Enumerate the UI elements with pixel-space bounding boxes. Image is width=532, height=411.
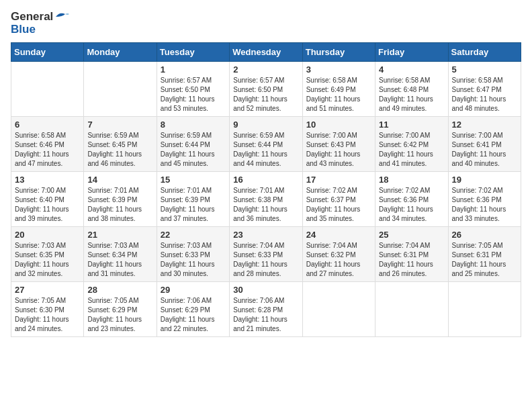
calendar-cell: 12Sunrise: 7:00 AM Sunset: 6:41 PM Dayli… (448, 117, 521, 172)
calendar-cell: 19Sunrise: 7:02 AM Sunset: 6:36 PM Dayli… (448, 172, 521, 227)
day-number: 8 (161, 120, 226, 130)
day-info: Sunrise: 7:02 AM Sunset: 6:36 PM Dayligh… (452, 186, 517, 224)
day-number: 6 (15, 120, 80, 130)
day-number: 23 (233, 230, 298, 240)
weekday-header: Monday (84, 43, 157, 62)
calendar-cell: 10Sunrise: 7:00 AM Sunset: 6:43 PM Dayli… (302, 117, 375, 172)
day-info: Sunrise: 7:05 AM Sunset: 6:29 PM Dayligh… (87, 296, 152, 334)
day-info: Sunrise: 6:58 AM Sunset: 6:49 PM Dayligh… (306, 76, 371, 113)
day-info: Sunrise: 7:04 AM Sunset: 6:31 PM Dayligh… (379, 241, 444, 279)
day-number: 21 (87, 230, 152, 240)
day-number: 25 (379, 230, 444, 240)
day-info: Sunrise: 7:01 AM Sunset: 6:38 PM Dayligh… (233, 186, 298, 224)
calendar-cell: 18Sunrise: 7:02 AM Sunset: 6:36 PM Dayli… (375, 172, 448, 227)
day-number: 24 (306, 230, 371, 240)
day-info: Sunrise: 6:58 AM Sunset: 6:48 PM Dayligh… (379, 76, 444, 113)
calendar-cell: 3Sunrise: 6:58 AM Sunset: 6:49 PM Daylig… (302, 62, 375, 117)
calendar-header-row: SundayMondayTuesdayWednesdayThursdayFrid… (11, 43, 521, 62)
weekday-header: Thursday (302, 43, 375, 62)
day-info: Sunrise: 7:03 AM Sunset: 6:34 PM Dayligh… (87, 241, 152, 279)
day-info: Sunrise: 6:57 AM Sunset: 6:50 PM Dayligh… (233, 76, 298, 113)
day-info: Sunrise: 7:03 AM Sunset: 6:35 PM Dayligh… (15, 241, 80, 279)
day-number: 22 (161, 230, 226, 240)
day-info: Sunrise: 7:05 AM Sunset: 6:31 PM Dayligh… (452, 241, 517, 279)
calendar-cell: 24Sunrise: 7:04 AM Sunset: 6:32 PM Dayli… (302, 227, 375, 282)
calendar-cell: 7Sunrise: 6:59 AM Sunset: 6:45 PM Daylig… (84, 117, 157, 172)
weekday-header: Tuesday (157, 43, 229, 62)
calendar-cell (11, 62, 84, 117)
day-number: 13 (15, 175, 80, 185)
day-number: 20 (15, 230, 80, 240)
day-number: 26 (452, 230, 517, 240)
weekday-header: Friday (375, 43, 448, 62)
calendar-cell: 30Sunrise: 7:06 AM Sunset: 6:28 PM Dayli… (230, 282, 302, 337)
day-info: Sunrise: 7:01 AM Sunset: 6:39 PM Dayligh… (161, 186, 226, 224)
day-info: Sunrise: 7:01 AM Sunset: 6:39 PM Dayligh… (87, 186, 152, 224)
day-info: Sunrise: 7:03 AM Sunset: 6:33 PM Dayligh… (161, 241, 226, 279)
calendar-cell: 14Sunrise: 7:01 AM Sunset: 6:39 PM Dayli… (84, 172, 157, 227)
weekday-header: Sunday (11, 43, 84, 62)
day-number: 30 (233, 285, 298, 295)
day-number: 12 (452, 120, 517, 130)
day-number: 15 (161, 175, 226, 185)
day-number: 16 (233, 175, 298, 185)
day-info: Sunrise: 6:57 AM Sunset: 6:50 PM Dayligh… (161, 76, 226, 113)
day-number: 3 (306, 64, 371, 75)
calendar-cell: 2Sunrise: 6:57 AM Sunset: 6:50 PM Daylig… (230, 62, 302, 117)
day-number: 5 (452, 64, 517, 75)
calendar-cell (375, 282, 448, 337)
calendar-cell: 13Sunrise: 7:00 AM Sunset: 6:40 PM Dayli… (11, 172, 84, 227)
calendar-cell: 28Sunrise: 7:05 AM Sunset: 6:29 PM Dayli… (84, 282, 157, 337)
calendar-cell: 8Sunrise: 6:59 AM Sunset: 6:44 PM Daylig… (157, 117, 229, 172)
day-number: 18 (379, 175, 444, 185)
day-info: Sunrise: 7:00 AM Sunset: 6:40 PM Dayligh… (15, 186, 80, 224)
calendar-cell (84, 62, 157, 117)
logo-blue: Blue (11, 24, 69, 36)
day-number: 10 (306, 120, 371, 130)
day-number: 11 (379, 120, 444, 130)
day-number: 2 (233, 64, 298, 75)
day-number: 28 (87, 285, 152, 295)
calendar-week-row: 13Sunrise: 7:00 AM Sunset: 6:40 PM Dayli… (11, 172, 521, 227)
day-info: Sunrise: 7:02 AM Sunset: 6:37 PM Dayligh… (306, 186, 371, 224)
day-info: Sunrise: 6:59 AM Sunset: 6:44 PM Dayligh… (233, 131, 298, 169)
day-number: 27 (15, 285, 80, 295)
calendar-cell (448, 282, 521, 337)
day-info: Sunrise: 7:06 AM Sunset: 6:29 PM Dayligh… (161, 296, 226, 334)
calendar-cell: 17Sunrise: 7:02 AM Sunset: 6:37 PM Dayli… (302, 172, 375, 227)
calendar-cell: 23Sunrise: 7:04 AM Sunset: 6:33 PM Dayli… (230, 227, 302, 282)
calendar-week-row: 6Sunrise: 6:58 AM Sunset: 6:46 PM Daylig… (11, 117, 521, 172)
day-info: Sunrise: 7:04 AM Sunset: 6:32 PM Dayligh… (306, 241, 371, 279)
calendar-cell: 5Sunrise: 6:58 AM Sunset: 6:47 PM Daylig… (448, 62, 521, 117)
logo-bird-icon (54, 11, 69, 23)
calendar-cell: 9Sunrise: 6:59 AM Sunset: 6:44 PM Daylig… (230, 117, 302, 172)
day-number: 19 (452, 175, 517, 185)
day-info: Sunrise: 7:00 AM Sunset: 6:43 PM Dayligh… (306, 131, 371, 169)
day-number: 7 (87, 120, 152, 130)
calendar-table: SundayMondayTuesdayWednesdayThursdayFrid… (11, 42, 521, 337)
day-number: 14 (87, 175, 152, 185)
day-info: Sunrise: 6:59 AM Sunset: 6:45 PM Dayligh… (87, 131, 152, 169)
calendar-week-row: 20Sunrise: 7:03 AM Sunset: 6:35 PM Dayli… (11, 227, 521, 282)
day-info: Sunrise: 7:04 AM Sunset: 6:33 PM Dayligh… (233, 241, 298, 279)
logo: General Blue (11, 11, 69, 36)
day-number: 9 (233, 120, 298, 130)
calendar-cell: 26Sunrise: 7:05 AM Sunset: 6:31 PM Dayli… (448, 227, 521, 282)
calendar-week-row: 27Sunrise: 7:05 AM Sunset: 6:30 PM Dayli… (11, 282, 521, 337)
weekday-header: Saturday (448, 43, 521, 62)
day-info: Sunrise: 7:02 AM Sunset: 6:36 PM Dayligh… (379, 186, 444, 224)
calendar-cell: 6Sunrise: 6:58 AM Sunset: 6:46 PM Daylig… (11, 117, 84, 172)
calendar-cell: 4Sunrise: 6:58 AM Sunset: 6:48 PM Daylig… (375, 62, 448, 117)
calendar-cell: 21Sunrise: 7:03 AM Sunset: 6:34 PM Dayli… (84, 227, 157, 282)
day-info: Sunrise: 6:58 AM Sunset: 6:46 PM Dayligh… (15, 131, 80, 169)
calendar-cell: 15Sunrise: 7:01 AM Sunset: 6:39 PM Dayli… (157, 172, 229, 227)
calendar-cell (302, 282, 375, 337)
calendar-cell: 16Sunrise: 7:01 AM Sunset: 6:38 PM Dayli… (230, 172, 302, 227)
day-info: Sunrise: 7:00 AM Sunset: 6:42 PM Dayligh… (379, 131, 444, 169)
day-info: Sunrise: 6:58 AM Sunset: 6:47 PM Dayligh… (452, 76, 517, 113)
calendar-cell: 29Sunrise: 7:06 AM Sunset: 6:29 PM Dayli… (157, 282, 229, 337)
calendar-cell: 22Sunrise: 7:03 AM Sunset: 6:33 PM Dayli… (157, 227, 229, 282)
logo-general: General (11, 11, 53, 24)
day-info: Sunrise: 6:59 AM Sunset: 6:44 PM Dayligh… (161, 131, 226, 169)
day-number: 4 (379, 64, 444, 75)
